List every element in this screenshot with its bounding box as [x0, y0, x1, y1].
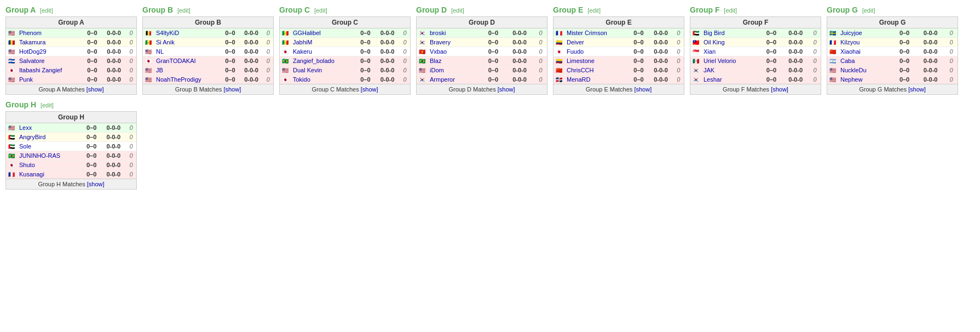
player-name-link[interactable]: Si Anik [156, 39, 175, 45]
player-name-link[interactable]: Tokido [293, 76, 310, 83]
player-name-link[interactable]: Oil King [704, 39, 725, 45]
player-name-link[interactable]: Kusanagi [19, 171, 44, 178]
player-name-link[interactable]: S4ltyKiD [156, 30, 179, 36]
player-flag: 🇺🇸 [8, 77, 17, 83]
player-name-link[interactable]: Dual Kevin [293, 67, 322, 73]
group-F-edit-link[interactable]: [edit] [724, 7, 737, 14]
player-name-link[interactable]: Punk [19, 76, 33, 83]
player-name-link[interactable]: Vxbao [430, 48, 447, 55]
group-D-table-header: Group D [417, 17, 547, 28]
player-name-link[interactable]: ChrisCCH [567, 67, 594, 73]
groups-container: Group A [edit]Group A🇺🇸Phenom0–00-0-00🇷🇴… [5, 5, 975, 190]
player-cell: 🇫🇷Kusanagi [6, 170, 82, 179]
group-show-link[interactable]: [show] [87, 86, 104, 93]
player-name-link[interactable]: Xian [704, 48, 716, 55]
player-name-link[interactable]: Xiaohai [840, 48, 861, 55]
player-score: 0–0 [629, 56, 649, 66]
player-flag: 🇫🇷 [8, 171, 17, 178]
player-name-link[interactable]: JabhiM [293, 39, 312, 45]
player-name-link[interactable]: Lexx [19, 124, 32, 131]
player-name-link[interactable]: Limestone [567, 58, 595, 64]
group-G-edit-link[interactable]: [edit] [862, 7, 875, 14]
player-name-link[interactable]: JAK [704, 67, 714, 73]
player-name-link[interactable]: iDom [430, 67, 444, 73]
player-name-link[interactable]: broski [430, 30, 446, 36]
group-show-link[interactable]: [show] [223, 86, 241, 93]
group-B-table: Group B🇧🇪S4ltyKiD0–00-0-00🇸🇳Si Anik0–00-… [142, 16, 274, 84]
player-cell: 🇸🇳GGHalibel [280, 28, 356, 38]
player-name-link[interactable]: Caba [840, 58, 855, 64]
group-show-link[interactable]: [show] [498, 86, 515, 93]
player-name-link[interactable]: Deiver [567, 39, 584, 45]
player-score: 0–0 [82, 161, 101, 170]
table-row: 🇺🇸JB0–00-0-00 [143, 66, 274, 75]
group-C-edit-link[interactable]: [edit] [314, 7, 327, 14]
player-name-link[interactable]: GGHalibel [293, 30, 321, 36]
group-A-edit-link[interactable]: [edit] [40, 7, 53, 14]
player-name-link[interactable]: GranTODAKAI [156, 58, 196, 64]
player-name-link[interactable]: Takamura [19, 39, 45, 45]
group-matches-label: Group E Matches [586, 86, 635, 93]
group-show-link[interactable]: [show] [361, 86, 378, 93]
player-pts: 0 [263, 75, 274, 84]
group-B-title: Group B [edit] [142, 5, 274, 14]
player-flag: 🇺🇸 [145, 49, 154, 55]
player-pts: 0 [809, 28, 821, 38]
group-show-link[interactable]: [show] [908, 86, 926, 93]
player-name-link[interactable]: Blaz [430, 58, 441, 64]
player-name-link[interactable]: Mister Crimson [567, 30, 607, 36]
player-name-link[interactable]: Armperor [430, 76, 455, 83]
player-cell: 🇫🇷Kilzyou [827, 38, 893, 47]
player-name-link[interactable]: NL [156, 48, 164, 55]
player-pts: 0 [263, 28, 274, 38]
group-H-edit-link[interactable]: [edit] [41, 102, 54, 108]
table-row: 🇻🇳Vxbao0–00-0-00 [417, 47, 547, 56]
player-flag: 🇰🇷 [419, 77, 428, 83]
player-score: 0–0 [761, 75, 782, 84]
group-H-table: Group H🇺🇸Lexx0–00-0-00🇦🇪AngryBird0–00-0-… [5, 111, 137, 179]
table-row: 🇸🇬Xian0–00-0-00 [690, 47, 821, 56]
player-name-link[interactable]: Fuudo [567, 48, 584, 55]
player-name-link[interactable]: Big Bird [704, 30, 725, 36]
player-name-link[interactable]: MenaRD [567, 76, 590, 83]
player-name-link[interactable]: Juicyjoe [840, 30, 862, 36]
group-show-link[interactable]: [show] [87, 181, 105, 187]
player-name-link[interactable]: Bravery [430, 39, 451, 45]
player-name-link[interactable]: Salvatore [19, 58, 44, 64]
table-row: 🇺🇸Punk0–00-0-00 [6, 75, 137, 84]
player-name-link[interactable]: Leshar [704, 76, 722, 83]
player-name-link[interactable]: NoahTheProdigy [156, 76, 201, 83]
group-H-title: Group H [edit] [5, 100, 137, 109]
player-name-link[interactable]: Nephew [840, 76, 862, 83]
player-cell: 🇯🇵GranTODAKAI [143, 56, 221, 66]
player-name-link[interactable]: AngryBird [19, 134, 45, 140]
group-B-edit-link[interactable]: [edit] [177, 7, 191, 14]
group-D-edit-link[interactable]: [edit] [451, 7, 464, 14]
player-cell: 🇦🇷Caba [827, 56, 893, 66]
player-name-link[interactable]: Zangief_bolado [293, 58, 335, 64]
group-show-link[interactable]: [show] [634, 86, 652, 93]
player-name-link[interactable]: JUNINHO-RAS [19, 152, 60, 159]
player-name-link[interactable]: HotDog29 [19, 48, 47, 55]
table-row: 🇯🇵Itabashi Zangief0–00-0-00 [6, 66, 137, 75]
group-show-link[interactable]: [show] [771, 86, 788, 93]
group-E-edit-link[interactable]: [edit] [587, 7, 601, 14]
player-name-link[interactable]: Kilzyou [840, 39, 860, 45]
player-name-link[interactable]: JB [156, 67, 163, 73]
player-name-link[interactable]: Kakeru [293, 48, 312, 55]
player-score: 0–0 [83, 56, 102, 66]
player-name-link[interactable]: NuckleDu [840, 67, 867, 73]
player-name-link[interactable]: Phenom [19, 30, 42, 36]
player-cell: 🇯🇵Fuudo [554, 47, 629, 56]
player-name-link[interactable]: Shuto [19, 162, 35, 168]
player-score: 0–0 [893, 47, 916, 56]
player-name-link[interactable]: Uriel Velorio [704, 58, 736, 64]
table-row: 🇫🇷Kusanagi0–00-0-00 [6, 170, 137, 179]
player-name-link[interactable]: Itabashi Zangief [19, 67, 62, 73]
player-record: 0-0-0 [648, 75, 673, 84]
player-score: 0–0 [83, 75, 102, 84]
player-record: 0-0-0 [239, 66, 263, 75]
group-A-block: Group A [edit]Group A🇺🇸Phenom0–00-0-00🇷🇴… [5, 5, 137, 95]
player-name-link[interactable]: Sole [19, 143, 31, 150]
player-record: 0-0-0 [505, 56, 534, 66]
